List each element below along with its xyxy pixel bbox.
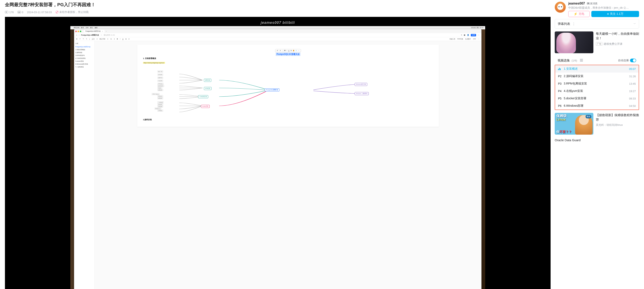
publish-time: 2024-03-11 07:58:03 xyxy=(27,11,52,14)
more-icon[interactable]: ⋮ xyxy=(572,22,576,26)
rec-uploader: 吴光科：轻松玩转linux xyxy=(596,123,639,127)
autoplay-toggle[interactable] xyxy=(630,59,636,62)
browser-tab: PostgreSQL16部署大全× xyxy=(84,30,104,33)
playlist-item-name: 1.安装概述 xyxy=(564,67,629,71)
playlist-item[interactable]: P11.安装概述05:07 xyxy=(555,65,639,72)
playlist-item-duration: 19:27 xyxy=(629,90,636,93)
play-icon xyxy=(5,11,8,13)
danmaku-panel[interactable]: 弹幕列表 ⋮ ﹀ xyxy=(555,19,639,28)
playlist-item-duration: 04:50 xyxy=(629,104,636,107)
playlist-item-duration: 31:26 xyxy=(629,75,636,78)
video-title: 全网最完整7种安装部署，PG入门不再困难！ xyxy=(5,2,550,8)
playing-icon xyxy=(558,68,564,70)
ad-subtitle: 建模免费公开课 xyxy=(604,42,622,46)
ad-thumbnail xyxy=(555,31,594,53)
video-meta: 176 0 2024-03-11 07:58:03 未经作者授权，禁止转载 xyxy=(5,10,550,14)
danmaku-count: 0 xyxy=(18,11,23,14)
grid-view-icon[interactable] xyxy=(580,59,583,62)
doc-link: https://www.postgresql.org/docs/ xyxy=(143,62,165,64)
recommendation-card[interactable]: 保姆级 Linux 教程 你不要？？ 【拯救萌新】保姆级教程炸裂推荐 吴光科：轻… xyxy=(555,113,639,135)
video-player[interactable]: jeames007 bilibili 腾讯文档账号文件窗口编辑 3月10日 周日… xyxy=(5,17,550,289)
mindmap: PostgreSQL部署大全 源码安装 RPM安装 YUM在线安装 docker… xyxy=(143,66,433,117)
playlist-item[interactable]: P55.docker安装部署08:33 xyxy=(555,95,639,102)
bolt-icon: ⚡ xyxy=(574,12,578,16)
plus-icon: + xyxy=(607,12,609,16)
repost-notice: 未经作者授权，禁止转载 xyxy=(56,10,89,14)
playlist-item-duration: 05:07 xyxy=(629,67,636,70)
float-toolbar: A⁺A⁻|BIUS⬤A⋯ xyxy=(275,49,301,52)
playlist-item[interactable]: P33.RPM包离线安装13:45 xyxy=(555,80,639,87)
playlist-item-name: 3.RPM包离线安装 xyxy=(564,82,629,85)
playlist-item[interactable]: P22.源码编译安装31:26 xyxy=(555,72,639,80)
playlist-item[interactable]: P44.在线yum安装19:27 xyxy=(555,87,639,95)
ad-title: 每天建模一小时，自由接单做副业！ xyxy=(596,31,639,40)
outline-panel: 大纲 PostgreSQL16部署大全 1.安装部署概述 2.源码安装 3.RP… xyxy=(74,41,95,289)
rec-thumbnail: 保姆级 Linux 教程 你不要？？ xyxy=(555,113,594,135)
ad-tag: 广告 xyxy=(596,42,602,46)
playlist-item-name: 5.docker安装部署 xyxy=(564,97,629,100)
rec-title: 【拯救萌新】保姆级教程炸裂推荐 xyxy=(596,113,639,122)
ad-card[interactable]: 每天建模一小时，自由接单做副业！ 广告 建模免费公开课 xyxy=(555,31,639,53)
playlist-item-duration: 13:45 xyxy=(629,82,636,85)
partial-rec-title[interactable]: Oracle Data Guard xyxy=(555,138,639,143)
mac-menubar: 腾讯文档账号文件窗口编辑 3月10日 周日 22:10 xyxy=(70,26,485,29)
playlist-item-name: 6.Windows部署 xyxy=(564,104,629,108)
uploader-avatar[interactable] xyxy=(555,2,566,13)
playlist-item-duration: 08:33 xyxy=(629,97,636,100)
doc-toolbar: ☰↶↷✎| 正文▾ 默认字体▾ 11▾ BI U S A 快捷工具PDF转换生成… xyxy=(74,37,482,41)
watermark: jeames007 bilibili xyxy=(261,20,295,25)
charge-button[interactable]: ⚡ 充电 xyxy=(568,11,590,17)
playlist-item-name: 2.源码编译安装 xyxy=(564,74,629,78)
playlist-item[interactable]: P66.Windows部署04:50 xyxy=(555,102,639,110)
autoplay-label: 自动连播 xyxy=(618,59,629,62)
uploader-name[interactable]: jeames007 xyxy=(568,2,585,5)
playlist-item-name: 4.在线yum安装 xyxy=(564,89,629,93)
follow-button[interactable]: + 关注 1.1万 xyxy=(591,11,639,17)
send-message-button[interactable]: 发消息 xyxy=(587,2,598,5)
playlist-count: (1/6) xyxy=(572,59,577,62)
document-window: PostgreSQL16部署大全× + ⌂ › PostgreSQL16部署大全… xyxy=(74,29,482,289)
play-count: 176 xyxy=(5,11,14,14)
uploader-desc: 中国DBA联盟成员，商务合作加微信：jem_db 公… xyxy=(568,6,639,10)
playlist-panel: 视频选集 (1/6) 自动连播 P11.安装概述05:07P22.源码编译安装3… xyxy=(555,56,639,110)
forbid-icon xyxy=(56,11,58,13)
envelope-icon xyxy=(587,3,590,4)
uploader-card: jeames007 发消息 中国DBA联盟成员，商务合作加微信：jem_db 公… xyxy=(555,2,639,17)
chevron-down-icon[interactable]: ﹀ xyxy=(634,22,636,26)
home-icon: ⌂ xyxy=(76,34,77,36)
doc-heading: PostgreSQL16 部署大全 xyxy=(276,53,300,56)
danmaku-icon xyxy=(18,11,21,13)
playlist-title: 视频选集 xyxy=(558,59,570,62)
share-button: 分享 xyxy=(471,34,476,36)
